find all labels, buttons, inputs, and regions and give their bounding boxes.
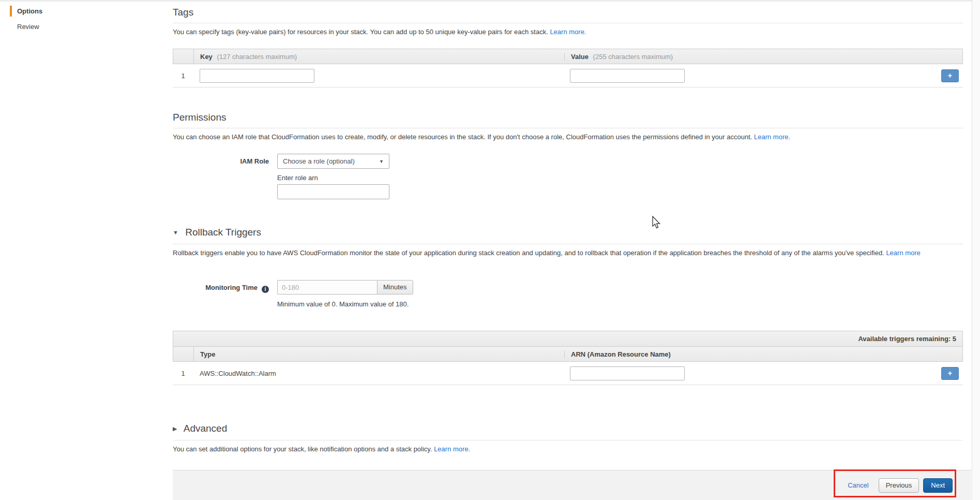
advanced-title-text: Advanced <box>184 423 228 434</box>
wizard-steps-sidebar: Options Review <box>0 6 155 37</box>
advanced-description: You can set additional options for your … <box>173 445 963 453</box>
tag-key-input[interactable] <box>200 69 314 83</box>
sidebar-item-review[interactable]: Review <box>0 21 155 32</box>
tags-key-header-note: (127 characters maximum) <box>217 53 297 61</box>
role-arn-input[interactable] <box>277 184 389 199</box>
permissions-description-text: You can choose an IAM role that CloudFor… <box>173 133 752 141</box>
rollback-learn-more-link[interactable]: Learn more <box>886 249 920 257</box>
advanced-section-title[interactable]: ▶ Advanced <box>173 422 963 440</box>
chevron-down-icon: ▼ <box>379 159 384 164</box>
iam-role-select[interactable]: Choose a role (optional) ▼ <box>277 154 389 169</box>
tags-key-header-label: Key <box>200 53 213 61</box>
rollback-section-title[interactable]: ▼ Rollback Triggers <box>173 226 963 244</box>
iam-role-row: IAM Role Choose a role (optional) ▼ Ente… <box>173 154 963 199</box>
tags-value-header-label: Value <box>571 53 589 61</box>
role-arn-label: Enter role arn <box>277 174 389 182</box>
monitoring-time-row: Monitoring Timei Minutes Minimum value o… <box>173 280 963 308</box>
tags-table-row: 1 + <box>173 64 963 87</box>
advanced-learn-more-link[interactable]: Learn more. <box>434 445 470 453</box>
monitoring-time-label: Monitoring Timei <box>173 280 269 292</box>
add-trigger-button[interactable]: + <box>941 367 959 380</box>
permissions-section-title: Permissions <box>173 111 963 128</box>
trigger-row-index: 1 <box>173 362 193 385</box>
minutes-addon: Minutes <box>377 280 413 295</box>
tags-table-header: Key (127 characters maximum) Value (255 … <box>173 49 963 64</box>
plus-icon: + <box>948 369 953 377</box>
iam-role-label: IAM Role <box>173 154 269 165</box>
tags-description: You can specify tags (key-value pairs) f… <box>173 27 963 36</box>
tags-section-title: Tags <box>173 6 963 23</box>
monitoring-time-hint: Minimum value of 0. Maximum value of 180… <box>277 300 413 308</box>
triggers-type-header: Type <box>194 350 564 358</box>
iam-role-select-value: Choose a role (optional) <box>283 157 355 165</box>
permissions-description: You can choose an IAM role that CloudFor… <box>173 133 963 141</box>
permissions-learn-more-link[interactable]: Learn more. <box>754 133 790 141</box>
monitoring-time-input[interactable] <box>277 280 377 295</box>
tag-value-input[interactable] <box>570 69 685 83</box>
tags-value-header-note: (255 characters maximum) <box>593 53 673 61</box>
rollback-title-text: Rollback Triggers <box>185 227 261 238</box>
previous-button[interactable]: Previous <box>879 478 919 493</box>
rollback-triggers-table: Available triggers remaining: 5 Type ARN… <box>173 331 963 385</box>
options-step-content: Tags You can specify tags (key-value pai… <box>173 0 963 453</box>
trigger-arn-input[interactable] <box>570 366 685 380</box>
tags-value-header: Value (255 characters maximum) <box>564 53 929 61</box>
add-tag-button[interactable]: + <box>941 69 959 82</box>
tags-key-header: Key (127 characters maximum) <box>194 53 564 61</box>
rollback-description: Rollback triggers enable you to have AWS… <box>173 248 963 257</box>
triggers-arn-header: ARN (Amazon Resource Name) <box>564 350 929 358</box>
tags-description-text: You can specify tags (key-value pairs) f… <box>173 28 548 36</box>
collapse-caret-icon: ▼ <box>173 229 178 236</box>
tags-learn-more-link[interactable]: Learn more. <box>550 28 586 36</box>
sidebar-item-options[interactable]: Options <box>10 6 155 17</box>
tags-index-header <box>173 49 194 64</box>
trigger-type-value: AWS::CloudWatch::Alarm <box>193 370 564 377</box>
next-button[interactable]: Next <box>923 478 953 493</box>
collapse-caret-icon: ▶ <box>173 425 177 432</box>
plus-icon: + <box>948 71 953 80</box>
monitoring-time-label-text: Monitoring Time <box>205 284 258 291</box>
rollback-description-text: Rollback triggers enable you to have AWS… <box>173 249 884 257</box>
wizard-footer: Cancel Previous Next <box>173 470 971 500</box>
tags-table: Key (127 characters maximum) Value (255 … <box>173 49 963 87</box>
triggers-table-row: 1 AWS::CloudWatch::Alarm + <box>173 362 963 385</box>
triggers-remaining-bar: Available triggers remaining: 5 <box>173 331 963 346</box>
info-icon[interactable]: i <box>262 286 269 293</box>
cancel-link[interactable]: Cancel <box>848 481 868 489</box>
triggers-index-header <box>173 347 194 361</box>
scrollbar-track[interactable] <box>972 0 980 500</box>
triggers-table-header: Type ARN (Amazon Resource Name) <box>173 346 963 362</box>
tags-row-index: 1 <box>173 64 193 87</box>
advanced-description-text: You can set additional options for your … <box>173 445 432 453</box>
